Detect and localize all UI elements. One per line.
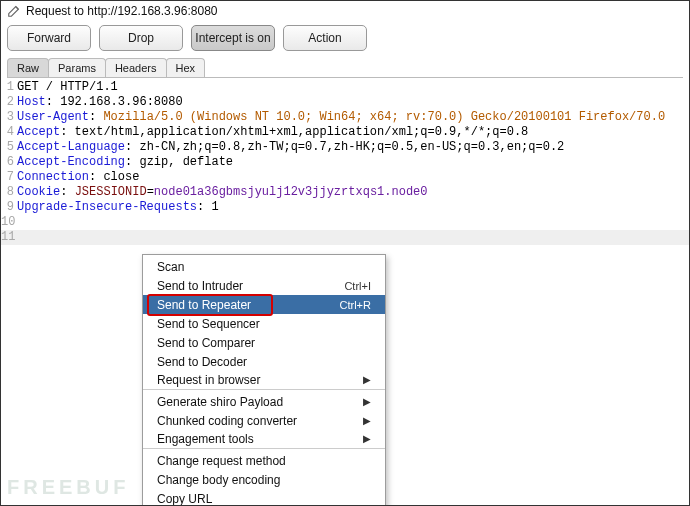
menu-item-label: Copy URL bbox=[157, 492, 371, 506]
editor-line[interactable]: 5Accept-Language: zh-CN,zh;q=0.8,zh-TW;q… bbox=[1, 140, 689, 155]
line-content[interactable]: Connection: close bbox=[15, 170, 139, 185]
menu-item-label: Generate shiro Payload bbox=[157, 395, 363, 409]
submenu-arrow-icon: ▶ bbox=[363, 374, 371, 385]
menu-item-copy-url[interactable]: Copy URL bbox=[143, 489, 385, 506]
menu-item-label: Send to Repeater bbox=[157, 298, 340, 312]
line-number: 1 bbox=[1, 80, 15, 95]
menu-item-send-to-repeater[interactable]: Send to RepeaterCtrl+R bbox=[143, 295, 385, 314]
line-number: 7 bbox=[1, 170, 15, 185]
line-content[interactable] bbox=[15, 230, 17, 245]
editor-line[interactable]: 6Accept-Encoding: gzip, deflate bbox=[1, 155, 689, 170]
request-editor[interactable]: 1GET / HTTP/1.12Host: 192.168.3.96:80803… bbox=[1, 78, 689, 245]
menu-item-label: Scan bbox=[157, 260, 371, 274]
line-number: 6 bbox=[1, 155, 15, 170]
menu-item-label: Change body encoding bbox=[157, 473, 371, 487]
line-content[interactable]: Accept-Language: zh-CN,zh;q=0.8,zh-TW;q=… bbox=[15, 140, 564, 155]
menu-item-scan[interactable]: Scan bbox=[143, 257, 385, 276]
toolbar: Forward Drop Intercept is on Action bbox=[1, 20, 689, 56]
menu-item-label: Send to Decoder bbox=[157, 355, 371, 369]
action-button[interactable]: Action bbox=[283, 25, 367, 51]
editor-line[interactable]: 9Upgrade-Insecure-Requests: 1 bbox=[1, 200, 689, 215]
submenu-arrow-icon: ▶ bbox=[363, 415, 371, 426]
line-content[interactable]: Accept: text/html,application/xhtml+xml,… bbox=[15, 125, 528, 140]
editor-line[interactable]: 8Cookie: JSESSIONID=node01a36gbmsjyulj12… bbox=[1, 185, 689, 200]
line-number: 2 bbox=[1, 95, 15, 110]
menu-item-label: Request in browser bbox=[157, 373, 363, 387]
line-content[interactable]: Upgrade-Insecure-Requests: 1 bbox=[15, 200, 219, 215]
tab-params[interactable]: Params bbox=[48, 58, 106, 77]
message-tabs: RawParamsHeadersHex bbox=[7, 58, 683, 78]
forward-button[interactable]: Forward bbox=[7, 25, 91, 51]
line-content[interactable]: Cookie: JSESSIONID=node01a36gbmsjyulj12v… bbox=[15, 185, 428, 200]
edit-icon bbox=[7, 4, 21, 18]
line-number: 9 bbox=[1, 200, 15, 215]
editor-line[interactable]: 11 bbox=[1, 230, 689, 245]
menu-item-label: Change request method bbox=[157, 454, 371, 468]
line-content[interactable]: User-Agent: Mozilla/5.0 (Windows NT 10.0… bbox=[15, 110, 665, 125]
context-menu: ScanSend to IntruderCtrl+ISend to Repeat… bbox=[142, 254, 386, 506]
line-number: 4 bbox=[1, 125, 15, 140]
menu-item-send-to-comparer[interactable]: Send to Comparer bbox=[143, 333, 385, 352]
menu-item-label: Send to Comparer bbox=[157, 336, 371, 350]
line-content[interactable]: Accept-Encoding: gzip, deflate bbox=[15, 155, 233, 170]
line-content[interactable] bbox=[15, 215, 17, 230]
menu-item-request-in-browser[interactable]: Request in browser▶ bbox=[143, 371, 385, 390]
line-number: 10 bbox=[1, 215, 15, 230]
menu-item-change-request-method[interactable]: Change request method bbox=[143, 451, 385, 470]
menu-item-label: Engagement tools bbox=[157, 432, 363, 446]
tab-raw[interactable]: Raw bbox=[7, 58, 49, 77]
menu-item-generate-shiro-payload[interactable]: Generate shiro Payload▶ bbox=[143, 392, 385, 411]
menu-item-send-to-sequencer[interactable]: Send to Sequencer bbox=[143, 314, 385, 333]
menu-item-label: Send to Intruder bbox=[157, 279, 344, 293]
menu-item-change-body-encoding[interactable]: Change body encoding bbox=[143, 470, 385, 489]
line-number: 3 bbox=[1, 110, 15, 125]
editor-line[interactable]: 10 bbox=[1, 215, 689, 230]
menu-item-send-to-decoder[interactable]: Send to Decoder bbox=[143, 352, 385, 371]
submenu-arrow-icon: ▶ bbox=[363, 396, 371, 407]
menu-item-chunked-coding-converter[interactable]: Chunked coding converter▶ bbox=[143, 411, 385, 430]
editor-line[interactable]: 7Connection: close bbox=[1, 170, 689, 185]
line-number: 8 bbox=[1, 185, 15, 200]
line-number: 11 bbox=[1, 230, 15, 245]
watermark: FREEBUF bbox=[7, 476, 129, 499]
submenu-arrow-icon: ▶ bbox=[363, 433, 371, 444]
menu-item-label: Chunked coding converter bbox=[157, 414, 363, 428]
menu-item-send-to-intruder[interactable]: Send to IntruderCtrl+I bbox=[143, 276, 385, 295]
line-content[interactable]: Host: 192.168.3.96:8080 bbox=[15, 95, 183, 110]
editor-line[interactable]: 4Accept: text/html,application/xhtml+xml… bbox=[1, 125, 689, 140]
tab-hex[interactable]: Hex bbox=[166, 58, 206, 77]
editor-line[interactable]: 1GET / HTTP/1.1 bbox=[1, 80, 689, 95]
window-title: Request to http://192.168.3.96:8080 bbox=[26, 4, 217, 18]
menu-item-label: Send to Sequencer bbox=[157, 317, 371, 331]
drop-button[interactable]: Drop bbox=[99, 25, 183, 51]
line-content[interactable]: GET / HTTP/1.1 bbox=[15, 80, 118, 95]
menu-item-engagement-tools[interactable]: Engagement tools▶ bbox=[143, 430, 385, 449]
menu-item-shortcut: Ctrl+I bbox=[344, 280, 371, 292]
editor-line[interactable]: 2Host: 192.168.3.96:8080 bbox=[1, 95, 689, 110]
intercept-toggle-button[interactable]: Intercept is on bbox=[191, 25, 275, 51]
tab-headers[interactable]: Headers bbox=[105, 58, 167, 77]
line-number: 5 bbox=[1, 140, 15, 155]
menu-item-shortcut: Ctrl+R bbox=[340, 299, 371, 311]
editor-line[interactable]: 3User-Agent: Mozilla/5.0 (Windows NT 10.… bbox=[1, 110, 689, 125]
